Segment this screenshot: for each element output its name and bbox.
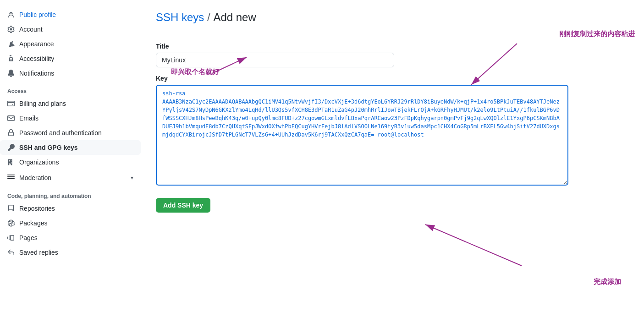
code-section-label: Code, planning, and automation — [0, 186, 141, 201]
sidebar-item-pages[interactable]: Pages — [0, 230, 141, 245]
sidebar-item-account-label: Account — [19, 26, 43, 33]
moderation-icon — [7, 173, 15, 182]
key-form-group: Key ssh-rsa AAAAB3NzaC1yc2EAAAADAQABAAAb… — [156, 75, 629, 187]
sidebar: Public profile Account Appearance Access… — [0, 0, 141, 323]
title-input[interactable] — [156, 53, 394, 67]
sidebar-item-organizations[interactable]: Organizations — [0, 155, 141, 170]
accessibility-icon — [7, 55, 15, 62]
svg-line-2 — [425, 224, 522, 266]
org-icon — [7, 159, 15, 166]
sidebar-item-repositories[interactable]: Repositories — [0, 201, 141, 216]
sidebar-item-saved-replies[interactable]: Saved replies — [0, 245, 141, 260]
gear-icon — [7, 26, 15, 33]
sidebar-item-account[interactable]: Account — [0, 22, 141, 37]
page-title-link: SSH keys — [156, 11, 204, 23]
key-label: Key — [156, 75, 629, 82]
mail-icon — [7, 115, 15, 122]
sidebar-item-password-label: Password and authentication — [19, 129, 102, 137]
chevron-down-icon: ▾ — [131, 175, 133, 181]
page-title-rest: Add new — [213, 11, 256, 23]
credit-card-icon — [7, 100, 15, 107]
access-section-label: Access — [0, 81, 141, 96]
sidebar-item-emails-label: Emails — [19, 115, 39, 122]
sidebar-item-accessibility-label: Accessibility — [19, 55, 54, 62]
sidebar-item-saved-replies-label: Saved replies — [19, 249, 58, 256]
sidebar-item-ssh-gpg[interactable]: SSH and GPG keys — [0, 140, 141, 155]
package-icon — [7, 219, 15, 227]
sidebar-item-organizations-label: Organizations — [19, 159, 59, 166]
bell-icon — [7, 70, 15, 77]
sidebar-item-appearance-label: Appearance — [19, 40, 54, 48]
sidebar-item-emails[interactable]: Emails — [0, 111, 141, 126]
key-icon — [7, 144, 15, 151]
sidebar-item-moderation[interactable]: Moderation ▾ — [0, 170, 141, 186]
sidebar-item-billing-label: Billing and plans — [19, 100, 66, 107]
key-textarea[interactable]: ssh-rsa AAAAB3NzaC1yc2EAAAADAQABAAAbgQC1… — [156, 85, 568, 186]
repo-icon — [7, 205, 15, 212]
lock-icon — [7, 129, 15, 137]
sidebar-item-packages-label: Packages — [19, 219, 47, 227]
sidebar-item-repositories-label: Repositories — [19, 205, 55, 212]
add-ssh-key-button[interactable]: Add SSH key — [156, 198, 210, 213]
pages-icon — [7, 234, 15, 241]
annotation-done-label: 完成添加 — [594, 278, 621, 286]
reply-icon — [7, 249, 15, 256]
sidebar-item-packages[interactable]: Packages — [0, 216, 141, 230]
sidebar-item-public-profile-label: Public profile — [19, 11, 56, 18]
title-form-group: Title — [156, 43, 629, 67]
sidebar-item-billing[interactable]: Billing and plans — [0, 96, 141, 111]
sidebar-item-notifications-label: Notifications — [19, 70, 54, 77]
main-content: SSH keys / Add new Title Key ssh-rsa AAA… — [141, 0, 644, 323]
page-title: SSH keys / Add new — [156, 11, 629, 24]
paintbrush-icon — [7, 40, 15, 48]
title-divider — [156, 35, 629, 35]
annotation-paste-label: 刚刚复制过来的内容粘进 — [559, 30, 635, 38]
sidebar-item-pages-label: Pages — [19, 234, 38, 241]
sidebar-item-moderation-label: Moderation — [19, 174, 51, 181]
person-icon — [7, 11, 15, 18]
sidebar-item-appearance[interactable]: Appearance — [0, 37, 141, 51]
sidebar-item-ssh-gpg-label: SSH and GPG keys — [19, 144, 78, 151]
title-label: Title — [156, 43, 629, 50]
sidebar-item-password[interactable]: Password and authentication — [0, 126, 141, 140]
sidebar-item-accessibility[interactable]: Accessibility — [0, 51, 141, 66]
sidebar-item-notifications[interactable]: Notifications — [0, 66, 141, 81]
sidebar-item-public-profile[interactable]: Public profile — [0, 7, 141, 22]
